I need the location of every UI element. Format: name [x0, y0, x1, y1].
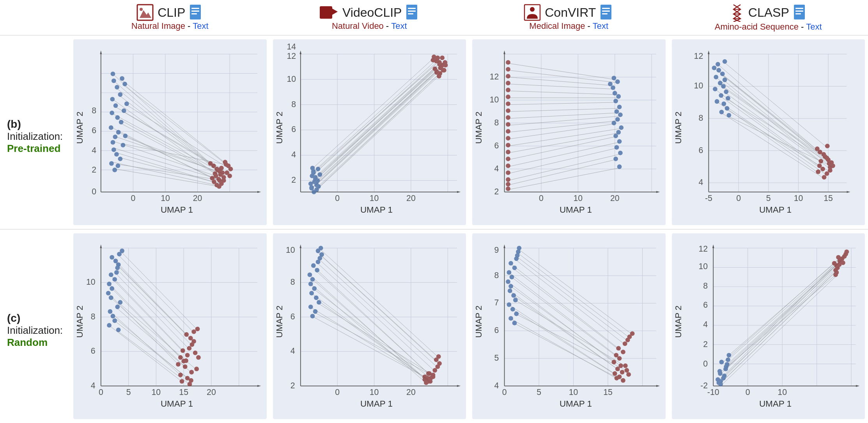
svg-point-294: [615, 145, 619, 150]
svg-point-82: [110, 97, 115, 102]
svg-text:6: 6: [92, 126, 96, 135]
svg-rect-6: [191, 13, 197, 14]
svg-point-85: [115, 115, 120, 120]
chart-b-videoclip-container: 2 4 6 8 10 12 14 0 10 20 UMAP 1 UMAP 2: [273, 39, 466, 225]
svg-point-193: [312, 190, 316, 194]
svg-point-97: [112, 167, 117, 172]
svg-point-190: [314, 180, 318, 185]
svg-text:20: 20: [610, 194, 620, 203]
svg-text:10: 10: [694, 81, 703, 90]
svg-point-358: [714, 99, 719, 104]
svg-rect-22: [794, 5, 805, 19]
svg-point-689: [724, 364, 728, 369]
svg-point-280: [506, 187, 510, 191]
svg-point-706: [840, 261, 845, 265]
svg-text:20: 20: [406, 388, 416, 397]
clasp-modality2: Text: [806, 22, 822, 32]
svg-rect-26: [73, 45, 267, 219]
svg-point-704: [836, 255, 841, 260]
svg-point-447: [120, 249, 124, 253]
svg-point-685: [726, 358, 730, 362]
svg-point-547: [436, 354, 441, 359]
svg-point-96: [116, 164, 120, 168]
svg-point-379: [827, 168, 832, 173]
svg-point-630: [615, 376, 619, 381]
svg-point-459: [183, 364, 188, 369]
svg-point-95: [109, 161, 114, 166]
svg-point-467: [195, 327, 200, 331]
svg-point-291: [616, 130, 621, 135]
clasp-doc-icon: [793, 4, 807, 21]
svg-text:UMAP 1: UMAP 1: [360, 205, 392, 215]
svg-point-623: [630, 331, 635, 336]
svg-text:10: 10: [287, 74, 296, 83]
svg-point-473: [184, 358, 188, 363]
svg-text:12: 12: [287, 51, 296, 60]
row-b-label: (b) Initialization: Pre-trained: [0, 35, 70, 229]
svg-text:UMAP 2: UMAP 2: [673, 111, 683, 144]
svg-point-272: [506, 157, 510, 161]
svg-point-376: [816, 169, 820, 174]
svg-point-701: [844, 249, 849, 254]
svg-text:4: 4: [290, 346, 295, 355]
svg-point-688: [717, 369, 722, 374]
svg-rect-16: [602, 8, 610, 9]
svg-point-269: [506, 136, 510, 141]
svg-point-275: [506, 81, 510, 85]
svg-point-122: [217, 184, 221, 189]
svg-point-368: [818, 159, 823, 164]
svg-text:4: 4: [291, 150, 296, 159]
svg-point-549: [425, 376, 430, 381]
chart-b-clasp: 4 6 8 10 12 -5 0 5 10 15 UMAP 1 UMAP 2: [669, 35, 868, 229]
svg-point-690: [719, 360, 724, 365]
svg-text:8: 8: [494, 271, 499, 280]
row-b-val: Pre-trained: [7, 143, 60, 155]
svg-point-461: [194, 367, 199, 371]
svg-point-469: [180, 379, 184, 384]
svg-point-213: [430, 58, 435, 62]
main-container: CLIP Natural Image - Text: [0, 0, 868, 423]
svg-text:4: 4: [494, 164, 499, 173]
svg-text:2: 2: [703, 340, 708, 349]
svg-rect-214: [472, 45, 666, 219]
svg-point-632: [626, 372, 631, 377]
svg-text:12: 12: [694, 51, 703, 60]
chart-b-videoclip-svg: 2 4 6 8 10 12 14 0 10 20 UMAP 1 UMAP 2: [273, 39, 466, 225]
svg-point-189: [317, 172, 322, 177]
svg-text:10: 10: [369, 388, 379, 397]
chart-b-convirt: 2 4 6 8 10 12 0 10 20 UMAP 1 UMAP 2: [469, 35, 669, 229]
svg-point-126: [229, 167, 233, 171]
videoclip-modality2: Text: [391, 21, 407, 31]
svg-point-531: [313, 309, 317, 314]
svg-rect-9: [406, 5, 417, 19]
svg-point-524: [312, 286, 317, 291]
svg-point-128: [227, 174, 232, 178]
svg-point-442: [110, 255, 114, 260]
svg-point-443: [115, 305, 120, 309]
svg-text:10: 10: [778, 388, 787, 397]
svg-text:0: 0: [335, 194, 340, 203]
svg-text:8: 8: [91, 312, 96, 321]
svg-point-349: [720, 72, 725, 76]
svg-point-98: [120, 76, 124, 81]
svg-text:14: 14: [287, 42, 296, 51]
svg-point-453: [178, 355, 183, 360]
svg-text:2: 2: [291, 175, 296, 184]
svg-point-457: [176, 362, 181, 367]
svg-point-212: [443, 63, 448, 67]
svg-text:15: 15: [179, 388, 188, 397]
svg-text:10: 10: [369, 194, 379, 203]
svg-point-103: [123, 134, 128, 138]
svg-text:-2: -2: [700, 381, 708, 390]
svg-text:8: 8: [290, 277, 295, 286]
svg-text:4: 4: [698, 178, 703, 187]
svg-text:8: 8: [703, 281, 708, 290]
svg-point-705: [833, 272, 838, 277]
svg-point-277: [506, 67, 510, 72]
svg-text:UMAP 2: UMAP 2: [474, 305, 484, 338]
svg-text:2: 2: [290, 381, 295, 390]
svg-text:UMAP 2: UMAP 2: [673, 305, 683, 338]
svg-point-532: [310, 314, 315, 319]
clasp-subtitle: Amino-acid Sequence - Text: [715, 22, 822, 32]
svg-point-598: [507, 270, 511, 275]
